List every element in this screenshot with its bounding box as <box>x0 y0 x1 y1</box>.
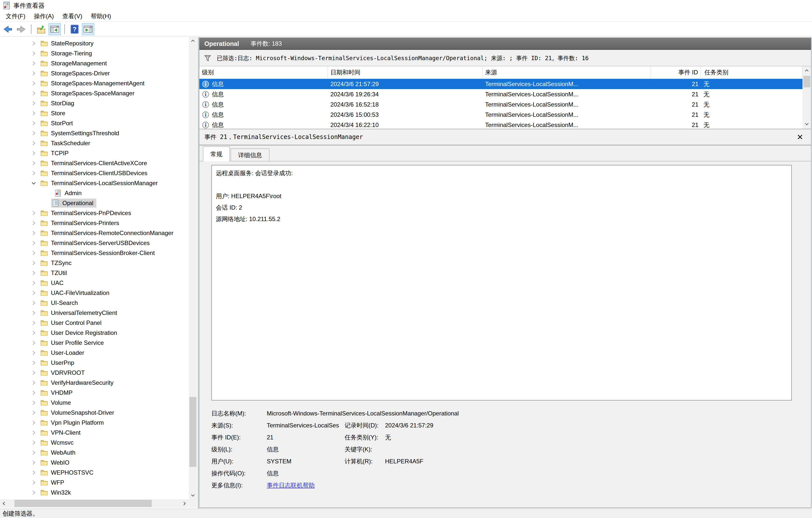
tree-item-terminalservices-clientactivexcore[interactable]: TerminalServices-ClientActiveXCore <box>0 158 188 168</box>
chevron-right-icon[interactable] <box>30 439 37 447</box>
chevron-right-icon[interactable] <box>30 90 37 97</box>
chevron-right-icon[interactable] <box>30 409 37 416</box>
chevron-right-icon[interactable] <box>30 249 37 257</box>
tree-horizontal-scrollbar[interactable] <box>0 499 188 508</box>
tree-item-userpnp[interactable]: UserPnp <box>0 358 188 368</box>
tree-item-terminalservices-localsessionmanager[interactable]: TerminalServices-LocalSessionManager <box>0 178 188 188</box>
tree-item-verifyhardwaresecurity[interactable]: VerifyHardwareSecurity <box>0 378 188 388</box>
tree-item-vhdmp[interactable]: VHDMP <box>0 388 188 398</box>
menu-item-帮助(H)[interactable]: 帮助(H) <box>87 11 115 21</box>
tree-item-wephostsvc[interactable]: WEPHOSTSVC <box>0 468 188 478</box>
tree-item-taskscheduler[interactable]: TaskScheduler <box>0 138 188 148</box>
chevron-right-icon[interactable] <box>30 69 37 77</box>
chevron-right-icon[interactable] <box>30 259 37 267</box>
chevron-right-icon[interactable] <box>30 119 37 127</box>
scroll-right-icon[interactable] <box>180 499 188 508</box>
tree-item-wfp[interactable]: WFP <box>0 478 188 488</box>
tree-item-win32k[interactable]: Win32k <box>0 488 188 497</box>
chevron-right-icon[interactable] <box>30 219 37 227</box>
chevron-right-icon[interactable] <box>30 80 37 87</box>
scroll-left-icon[interactable] <box>0 499 8 508</box>
chevron-right-icon[interactable] <box>30 99 37 107</box>
chevron-right-icon[interactable] <box>30 160 37 167</box>
chevron-right-icon[interactable] <box>30 169 37 177</box>
tree-item-terminalservices-sessionbroker-client[interactable]: TerminalServices-SessionBroker-Client <box>0 248 188 258</box>
column-header-来源[interactable]: 来源 <box>483 66 651 78</box>
chevron-right-icon[interactable] <box>30 269 37 277</box>
event-row[interactable]: 信息2024/3/6 19:26:34TerminalServices-Loca… <box>199 89 803 99</box>
console-tree-toggle-button[interactable] <box>49 23 61 35</box>
menu-item-查看(V)[interactable]: 查看(V) <box>58 11 87 21</box>
tree-item-universaltelemetryclient[interactable]: UniversalTelemetryClient <box>0 308 188 318</box>
chevron-right-icon[interactable] <box>30 489 37 496</box>
tree-item-volumesnapshot-driver[interactable]: VolumeSnapshot-Driver <box>0 408 188 418</box>
tree-item-storport[interactable]: StorPort <box>0 118 188 128</box>
list-vertical-scrollbar[interactable] <box>803 66 811 129</box>
menu-item-操作(A)[interactable]: 操作(A) <box>30 11 58 21</box>
tree-item-admin[interactable]: Admin <box>0 188 188 198</box>
tree-item-storagemanagement[interactable]: StorageManagement <box>0 58 188 68</box>
tree-item-uac[interactable]: UAC <box>0 278 188 288</box>
event-log-online-help-link[interactable]: 事件日志联机帮助 <box>267 481 796 489</box>
chevron-down-icon[interactable] <box>30 179 37 187</box>
chevron-right-icon[interactable] <box>30 110 37 117</box>
help-button[interactable]: ? <box>68 23 81 35</box>
chevron-right-icon[interactable] <box>30 419 37 426</box>
chevron-right-icon[interactable] <box>30 239 37 247</box>
tree-item-user-profile-service[interactable]: User Profile Service <box>0 338 188 348</box>
tree-item-volume[interactable]: Volume <box>0 398 188 408</box>
chevron-right-icon[interactable] <box>30 60 37 67</box>
scroll-down-icon[interactable] <box>189 491 197 499</box>
chevron-right-icon[interactable] <box>30 299 37 307</box>
forward-button[interactable] <box>15 23 27 35</box>
tree-item-webio[interactable]: WebIO <box>0 458 188 468</box>
back-button[interactable] <box>1 23 14 35</box>
chevron-right-icon[interactable] <box>30 209 37 217</box>
event-row[interactable]: 信息2024/3/6 15:00:53TerminalServices-Loca… <box>199 110 803 120</box>
tree-item-wcmsvc[interactable]: Wcmsvc <box>0 438 188 448</box>
scroll-up-icon[interactable] <box>189 37 197 45</box>
scroll-up-icon[interactable] <box>803 66 811 75</box>
tree-item-tcpip[interactable]: TCPIP <box>0 148 188 158</box>
tree-item-store[interactable]: Store <box>0 108 188 118</box>
tree-item-stordiag[interactable]: StorDiag <box>0 98 188 108</box>
event-row[interactable]: 信息2024/3/6 16:52:18TerminalServices-Loca… <box>199 99 803 110</box>
event-description-box[interactable]: 远程桌面服务: 会话登录成功: 用户: HELPER4A5F\root会话 ID… <box>211 165 792 401</box>
tree-item-systemsettingsthreshold[interactable]: SystemSettingsThreshold <box>0 128 188 138</box>
tree-item-terminalservices-printers[interactable]: TerminalServices-Printers <box>0 218 188 228</box>
tree-item-user-device-registration[interactable]: User Device Registration <box>0 328 188 338</box>
tree-item-terminalservices-clientusbdevices[interactable]: TerminalServices-ClientUSBDevices <box>0 168 188 178</box>
chevron-right-icon[interactable] <box>30 140 37 147</box>
chevron-right-icon[interactable] <box>30 389 37 397</box>
event-row[interactable]: 信息2024/3/4 16:22:10TerminalServices-Loca… <box>199 120 803 129</box>
chevron-right-icon[interactable] <box>30 339 37 347</box>
column-header-任务类别[interactable]: 任务类别 <box>701 66 803 78</box>
chevron-right-icon[interactable] <box>30 309 37 317</box>
scroll-thumb[interactable] <box>14 500 152 507</box>
action-pane-toggle-button[interactable] <box>82 23 94 35</box>
chevron-right-icon[interactable] <box>30 279 37 287</box>
chevron-right-icon[interactable] <box>30 479 37 486</box>
chevron-right-icon[interactable] <box>30 459 37 466</box>
tree-item-webauth[interactable]: WebAuth <box>0 448 188 458</box>
tree-item-storagespaces-spacemanager[interactable]: StorageSpaces-SpaceManager <box>0 88 188 98</box>
tree-item-storage-tiering[interactable]: Storage-Tiering <box>0 49 188 58</box>
tree-item-terminalservices-remoteconnectionmanager[interactable]: TerminalServices-RemoteConnectionManager <box>0 228 188 238</box>
chevron-right-icon[interactable] <box>30 319 37 327</box>
chevron-right-icon[interactable] <box>30 229 37 237</box>
chevron-right-icon[interactable] <box>30 379 37 386</box>
tree-item-user-loader[interactable]: User-Loader <box>0 348 188 358</box>
chevron-right-icon[interactable] <box>30 449 37 456</box>
tree-item-vdrvroot[interactable]: VDRVROOT <box>0 368 188 378</box>
chevron-right-icon[interactable] <box>30 369 37 376</box>
tree-item-ui-search[interactable]: UI-Search <box>0 298 188 308</box>
scroll-down-icon[interactable] <box>803 120 811 128</box>
chevron-right-icon[interactable] <box>30 469 37 476</box>
tab-常规[interactable]: 常规 <box>203 146 230 162</box>
open-saved-log-button[interactable] <box>35 23 48 35</box>
tree-item-vpn-plugin-platform[interactable]: Vpn Plugin Platform <box>0 418 188 428</box>
tree-item-vpn-client[interactable]: VPN-Client <box>0 428 188 438</box>
column-header-级别[interactable]: 级别 <box>199 66 328 78</box>
scroll-thumb[interactable] <box>190 397 196 467</box>
column-header-日期和时间[interactable]: 日期和时间 <box>328 66 483 78</box>
